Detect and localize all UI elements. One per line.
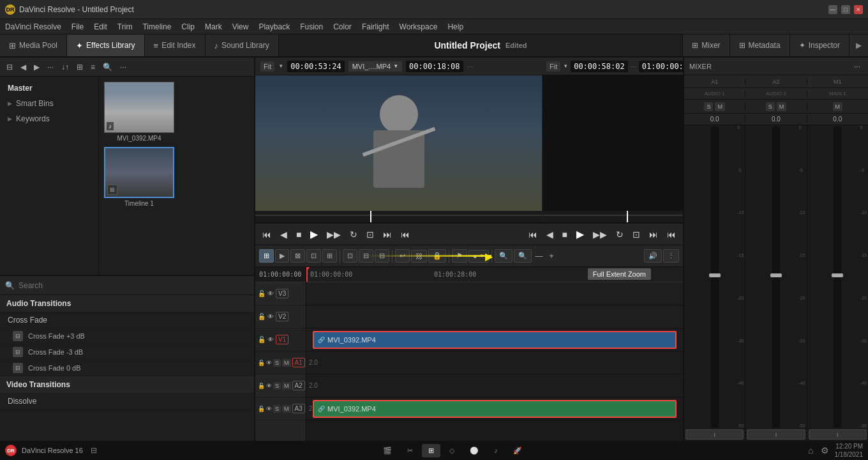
taskbar-tab-fairlight[interactable]: ♪ [488,444,504,457]
more-btn-right[interactable]: ··· [631,63,636,70]
loop-button-right[interactable]: ↻ [613,227,627,241]
tab-metadata[interactable]: ⊞ Metadata [730,34,789,56]
effects-search-input[interactable] [19,281,249,290]
maximize-button[interactable]: □ [841,5,850,14]
timeline-more-button[interactable]: ⋮ [663,249,679,263]
stop-button-right[interactable]: ■ [559,227,571,241]
tab-media-pool[interactable]: ⊞ Media Pool [0,34,67,56]
track-label-a2[interactable]: A2 [292,381,305,390]
overwrite-button[interactable]: ⊟ [359,249,373,263]
scrubber-playhead-left[interactable] [370,211,371,222]
track-m-a3[interactable]: M [282,405,291,413]
trim-mode-2-button[interactable]: ⊡ [306,249,321,263]
track-label-v3[interactable]: V3 [276,289,288,298]
tab-mixer[interactable]: ⊞ Mixer [682,34,729,56]
track-label-a3[interactable]: A3 [292,404,305,413]
menu-trim[interactable]: Trim [117,22,133,31]
track-lock-v2[interactable]: 🔓 [258,313,266,320]
in-out-button-left[interactable]: ⊡ [363,227,377,241]
menu-playback[interactable]: Playback [258,22,290,31]
cross-fade-subcategory[interactable]: Cross Fade [0,312,254,328]
preview-scrubber-right[interactable] [542,211,683,222]
media-thumb-timeline1[interactable]: ⊞ [104,147,174,198]
more-options-button[interactable]: ··· [45,61,56,73]
mute-button-a1[interactable]: M [715,102,725,111]
search-button[interactable]: 🔍 [100,61,115,73]
fader-expand-a1[interactable]: ↕ [685,429,744,440]
track-eye-a1[interactable]: 👁 [266,360,272,366]
close-button[interactable]: ✕ [854,5,863,14]
track-m-a2[interactable]: M [282,382,291,390]
track-eye-v1[interactable]: 👁 [267,336,274,343]
title-bar-controls[interactable]: — □ ✕ [828,5,863,14]
go-to-start-button-left[interactable]: ⏮ [259,227,274,241]
fader-handle-m1[interactable] [832,273,843,277]
effects-item-crossfade-0[interactable]: ⊟ Cross Fade 0 dB [0,360,254,376]
effects-item-crossfade-minus3[interactable]: ⊟ Cross Fade -3 dB [0,344,254,360]
grid-view-button[interactable]: ⊞ [74,61,86,73]
step-back-button-right[interactable]: ◀ [543,227,557,241]
menu-timeline[interactable]: Timeline [142,22,171,31]
sidebar-item-master[interactable]: Master [0,80,98,96]
taskbar-settings-button[interactable]: ⚙ [818,444,832,457]
tab-sound-library[interactable]: ♪ Sound Library [206,34,279,56]
replace-button[interactable]: ⊟ [375,249,389,263]
track-s-a1[interactable]: S [273,359,281,367]
sidebar-toggle-button[interactable]: ⊟ [4,61,15,73]
play-button-left[interactable]: ▶ [307,226,321,242]
track-s-a2[interactable]: S [273,382,281,390]
taskbar-tab-fusion[interactable]: ◇ [443,444,461,457]
track-eye-v2[interactable]: 👁 [267,313,274,320]
effects-item-crossfade-plus3[interactable]: ⊟ Cross Fade +3 dB [0,328,254,344]
dissolve-subcategory[interactable]: Dissolve [0,394,254,410]
step-back-button-left[interactable]: ◀ [277,227,290,241]
taskbar-tab-cut[interactable]: ✂ [401,444,419,457]
preview-scrubber-left[interactable] [255,211,542,222]
volume-button[interactable]: 🔊 [644,249,662,263]
menu-fusion[interactable]: Fusion [300,22,323,31]
media-item-timeline1[interactable]: ⊞ Timeline 1 [104,147,174,207]
mute-button-m1[interactable]: M [833,102,843,111]
fader-expand-m1[interactable]: ↕ [809,429,867,440]
media-item-mvi0392[interactable]: ♪ MVI_0392.MP4 [104,82,174,142]
menu-file[interactable]: File [71,22,84,31]
trim-mode-1-button[interactable]: ⊠ [290,249,305,263]
fader-handle-a2[interactable] [770,273,782,277]
next-clip-button-right[interactable]: ⏭ [646,227,661,241]
solo-button-a2[interactable]: S [766,102,775,111]
mute-button-a2[interactable]: M [777,102,787,111]
insert-button[interactable]: ⊡ [343,249,357,263]
tab-inspector[interactable]: ✦ Inspector [789,34,849,56]
zoom-fit-button[interactable]: 🔍 [495,249,513,263]
list-view-button[interactable]: ≡ [88,61,98,73]
menu-help[interactable]: Help [447,22,463,31]
taskbar-home-button[interactable]: ⌂ [805,444,816,457]
solo-button-a1[interactable]: S [704,102,713,111]
sidebar-item-smart-bins[interactable]: ▶ Smart Bins [0,96,98,111]
track-eye-a2[interactable]: 👁 [266,383,272,389]
play-button-right[interactable]: ▶ [573,226,587,242]
color-button[interactable]: ● ▼ [468,250,489,263]
taskbar-tab-edit[interactable]: ⊞ [422,444,440,457]
menu-edit[interactable]: Edit [94,22,107,31]
fit-label-left[interactable]: Fit [260,61,274,72]
inspector-expand-button[interactable]: ▶ [849,34,868,56]
view-prev-button[interactable]: ◀ [18,61,29,73]
track-m-a1[interactable]: M [282,359,291,367]
track-lock-a2[interactable]: 🔓 [258,383,265,389]
tab-effects-library[interactable]: ✦ Effects Library [67,34,144,56]
panel-more-button[interactable]: ··· [117,61,129,73]
taskbar-tab-deliver[interactable]: 🚀 [507,444,528,457]
menu-fairlight[interactable]: Fairlight [362,22,389,31]
menu-clip[interactable]: Clip [181,22,195,31]
menu-view[interactable]: View [232,22,249,31]
track-s-a3[interactable]: S [273,405,281,413]
mixer-more-button[interactable]: ··· [851,61,863,72]
in-out-button-right[interactable]: ⊡ [629,227,643,241]
taskbar-settings-left[interactable]: ⊟ [88,445,100,456]
step-forward-button-left[interactable]: ▶▶ [324,227,344,241]
stop-button-left[interactable]: ■ [293,227,304,241]
next-clip-button-left[interactable]: ⏭ [380,227,395,241]
fader-expand-a2[interactable]: ↕ [747,429,805,440]
scrubber-playhead-right[interactable] [627,211,628,222]
